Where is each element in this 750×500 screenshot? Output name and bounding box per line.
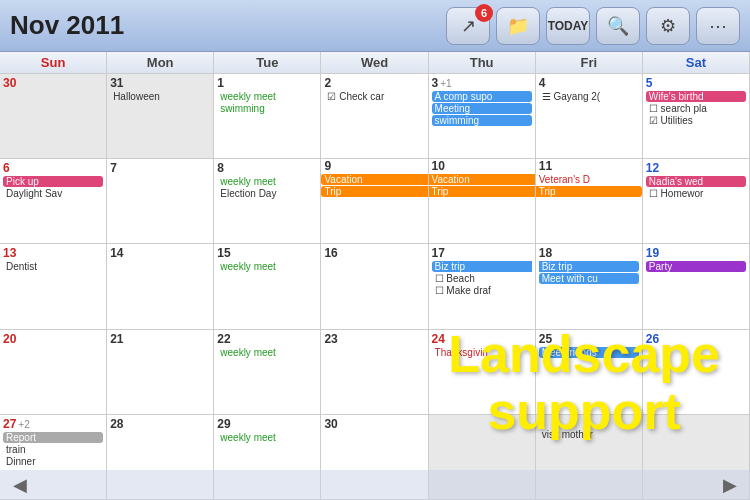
- inbox-icon: ↗: [461, 15, 476, 37]
- search-button[interactable]: 🔍: [596, 7, 640, 45]
- event-thanksgiving[interactable]: Thanksgivin: [432, 347, 532, 358]
- event-trip[interactable]: Trip: [321, 186, 427, 197]
- day-header-thu: Thu: [429, 52, 536, 73]
- event[interactable]: Dentist: [3, 261, 103, 272]
- day-cell[interactable]: 21: [107, 330, 214, 414]
- day-number: 8: [217, 161, 224, 175]
- event[interactable]: ☰ Gayang 2(: [539, 91, 639, 102]
- event-biztrip[interactable]: Biz trip: [539, 261, 639, 272]
- day-number: 11: [536, 159, 552, 173]
- day-cell[interactable]: 11 Veteran's D Trip: [536, 159, 643, 243]
- event-vacation[interactable]: Vacation: [321, 174, 427, 185]
- event[interactable]: Meet with cu: [539, 273, 639, 284]
- day-cell[interactable]: 15weekly meet: [214, 244, 321, 328]
- day-cell[interactable]: 5Wife's birthd☐ search pla☑ Utilities: [643, 74, 750, 158]
- event[interactable]: Veteran's D: [536, 174, 642, 185]
- more-icon: ⋯: [709, 15, 727, 37]
- day-number: 10: [429, 159, 445, 173]
- day-header-wed: Wed: [321, 52, 428, 73]
- settings-button[interactable]: ⚙: [646, 7, 690, 45]
- event[interactable]: ☑ Utilities: [646, 115, 746, 126]
- event[interactable]: swimming: [217, 103, 317, 114]
- event[interactable]: Meeting: [432, 103, 532, 114]
- event[interactable]: Election Day: [217, 188, 317, 199]
- day-cell[interactable]: 19 Party: [643, 244, 750, 328]
- event[interactable]: ☐ Homewor: [646, 188, 746, 199]
- day-cell[interactable]: 31Halloween: [107, 74, 214, 158]
- event-trip[interactable]: Trip: [429, 186, 535, 197]
- day-cell[interactable]: 4☰ Gayang 2(: [536, 74, 643, 158]
- day-cell[interactable]: 23: [321, 330, 428, 414]
- event-biztrip[interactable]: Biz trip: [432, 261, 532, 272]
- event[interactable]: Nadia's wed: [646, 176, 746, 187]
- day-number: 17: [432, 246, 445, 260]
- day-cell[interactable]: 9 Vacation Trip: [321, 159, 428, 243]
- day-number: 16: [324, 246, 337, 260]
- day-headers-row: Sun Mon Tue Wed Thu Fri Sat: [0, 52, 750, 74]
- inbox-badge: 6: [475, 4, 493, 22]
- event[interactable]: weekly meet: [217, 347, 317, 358]
- event-trip[interactable]: Trip: [536, 186, 642, 197]
- day-number: 25: [539, 332, 552, 346]
- event[interactable]: ☐ Beach: [432, 273, 532, 284]
- plus-count: +1: [440, 78, 451, 89]
- event[interactable]: Wife's birthd: [646, 91, 746, 102]
- event[interactable]: weekly meet: [217, 432, 317, 443]
- day-cell[interactable]: 3+1A comp supoMeetingswimming: [429, 74, 536, 158]
- day-cell[interactable]: 1weekly meetswimming: [214, 74, 321, 158]
- today-button[interactable]: TODAY: [546, 7, 590, 45]
- event[interactable]: weekly meet: [217, 261, 317, 272]
- week-row: 13Dentist 14 15weekly meet 16 17 Biz tri…: [0, 244, 750, 329]
- day-number: 30: [3, 76, 16, 90]
- day-cell[interactable]: 6 Pick up Daylight Sav: [0, 159, 107, 243]
- event-vacation[interactable]: Vacation: [429, 174, 535, 185]
- folders-button[interactable]: 📁: [496, 7, 540, 45]
- day-cell[interactable]: 7: [107, 159, 214, 243]
- day-cell[interactable]: 24Thanksgivin: [429, 330, 536, 414]
- day-number: 9: [321, 159, 331, 173]
- event[interactable]: Daylight Sav: [3, 188, 103, 199]
- day-number: 29: [217, 417, 230, 431]
- day-cell[interactable]: 25Meet friends: [536, 330, 643, 414]
- day-cell[interactable]: 16: [321, 244, 428, 328]
- prev-month-button[interactable]: ◀: [5, 470, 35, 500]
- event[interactable]: ☐ search pla: [646, 103, 746, 114]
- event[interactable]: weekly meet: [217, 176, 317, 187]
- event[interactable]: Dinner: [3, 456, 103, 467]
- day-cell[interactable]: 13Dentist: [0, 244, 107, 328]
- day-cell[interactable]: 18 Biz trip Meet with cu: [536, 244, 643, 328]
- bottom-navigation: ◀ ▶: [0, 470, 750, 500]
- inbox-button[interactable]: ↗ 6: [446, 7, 490, 45]
- event[interactable]: Pick up: [3, 176, 103, 187]
- day-header-sun: Sun: [0, 52, 107, 73]
- event[interactable]: A comp supo: [432, 91, 532, 102]
- next-month-button[interactable]: ▶: [715, 470, 745, 500]
- day-cell[interactable]: 26: [643, 330, 750, 414]
- day-number: 14: [110, 246, 123, 260]
- event[interactable]: weekly meet: [217, 91, 317, 102]
- event-party[interactable]: Party: [646, 261, 746, 272]
- event[interactable]: Report: [3, 432, 103, 443]
- day-cell[interactable]: 10 Vacation Trip: [429, 159, 536, 243]
- day-number: 26: [646, 332, 659, 346]
- month-title: Nov 2011: [10, 10, 440, 41]
- day-cell[interactable]: 30: [0, 74, 107, 158]
- day-cell[interactable]: 20: [0, 330, 107, 414]
- day-cell[interactable]: 8 weekly meet Election Day: [214, 159, 321, 243]
- day-cell[interactable]: 22weekly meet: [214, 330, 321, 414]
- event[interactable]: ☐ Make draf: [432, 285, 532, 296]
- day-number: 12: [646, 161, 659, 175]
- day-cell[interactable]: 14: [107, 244, 214, 328]
- day-cell[interactable]: 12 Nadia's wed ☐ Homewor: [643, 159, 750, 243]
- day-cell[interactable]: 17 Biz trip ☐ Beach ☐ Make draf: [429, 244, 536, 328]
- day-header-mon: Mon: [107, 52, 214, 73]
- day-cell[interactable]: 2☑ Check car: [321, 74, 428, 158]
- event[interactable]: Meet friends: [539, 347, 639, 358]
- event[interactable]: visit mother: [539, 429, 639, 440]
- more-button[interactable]: ⋯: [696, 7, 740, 45]
- event[interactable]: swimming: [432, 115, 532, 126]
- day-number: 18: [539, 246, 552, 260]
- event[interactable]: ☑ Check car: [324, 91, 424, 102]
- event[interactable]: train: [3, 444, 103, 455]
- event[interactable]: Halloween: [110, 91, 210, 102]
